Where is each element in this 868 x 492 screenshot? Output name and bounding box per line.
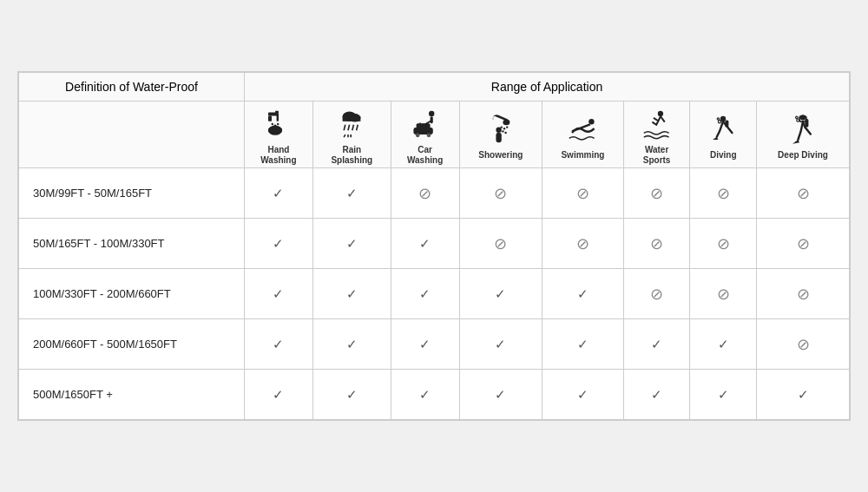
cell-r1-c1: ✓ <box>312 219 391 269</box>
svg-line-12 <box>344 125 345 130</box>
cell-r3-c4: ✓ <box>542 319 624 370</box>
check-symbol: ✓ <box>495 286 506 301</box>
row-label: 50M/165FT - 100M/330FT <box>19 219 245 269</box>
check-symbol: ✓ <box>419 236 431 251</box>
no-symbol: ⊘ <box>797 285 810 303</box>
check-symbol: ✓ <box>273 186 284 200</box>
svg-point-39 <box>657 111 662 116</box>
waterproof-table: Definition of Water-Proof Range of Appli… <box>17 71 851 421</box>
check-symbol: ✓ <box>577 387 589 402</box>
col-swimming-label: Swimming <box>544 150 621 161</box>
svg-point-29 <box>503 120 510 125</box>
svg-rect-20 <box>430 116 432 123</box>
row-label: 200M/660FT - 500M/1650FT <box>19 319 245 370</box>
table-row: 50M/165FT - 100M/330FT✓✓✓⊘⊘⊘⊘⊘ <box>19 219 850 269</box>
cell-r1-c6: ⊘ <box>690 219 757 269</box>
col-swimming: Swimming <box>542 102 624 168</box>
water-sports-icon <box>640 107 674 141</box>
col-water-sports: WaterSports <box>623 102 690 168</box>
svg-point-49 <box>797 119 799 121</box>
no-symbol: ⊘ <box>576 235 589 253</box>
cell-r3-c7: ⊘ <box>757 319 850 370</box>
col-diving-label: Diving <box>692 150 754 161</box>
check-symbol: ✓ <box>718 387 729 402</box>
svg-point-35 <box>496 128 501 133</box>
check-symbol: ✓ <box>273 286 284 301</box>
no-symbol: ⊘ <box>418 185 431 202</box>
check-symbol: ✓ <box>419 337 431 351</box>
cell-r0-c0: ✓ <box>245 168 313 219</box>
check-symbol: ✓ <box>346 286 358 301</box>
col-rain-splashing: RainSplashing <box>312 102 391 168</box>
cell-r3-c3: ✓ <box>459 319 542 370</box>
cell-r1-c4: ⊘ <box>542 219 624 269</box>
col-diving: Diving <box>690 102 757 168</box>
cell-r2-c6: ⊘ <box>690 269 757 319</box>
cell-r0-c1: ✓ <box>312 168 391 219</box>
cell-r2-c3: ✓ <box>459 269 542 319</box>
svg-point-50 <box>796 116 798 118</box>
cell-r1-c7: ⊘ <box>757 219 850 269</box>
no-symbol: ⊘ <box>650 235 663 253</box>
cell-r2-c0: ✓ <box>245 269 313 319</box>
table-row: 500M/1650FT +✓✓✓✓✓✓✓✓ <box>19 370 850 420</box>
showering-icon <box>483 112 518 147</box>
cell-r0-c6: ⊘ <box>690 168 757 219</box>
deep-diving-icon <box>786 112 820 147</box>
row-label: 30M/99FT - 50M/165FT <box>19 168 245 219</box>
svg-point-19 <box>429 111 434 116</box>
svg-rect-11 <box>343 116 361 121</box>
cell-r0-c3: ⊘ <box>459 168 542 219</box>
right-section-title: Range of Application <box>245 73 850 102</box>
cell-r0-c7: ⊘ <box>757 168 850 219</box>
cell-r0-c2: ⊘ <box>391 168 459 219</box>
icon-header-row: HandWashing <box>19 102 850 168</box>
no-symbol: ⊘ <box>494 235 507 253</box>
check-symbol: ✓ <box>718 337 729 351</box>
table-row: 200M/660FT - 500M/1650FT✓✓✓✓✓✓✓⊘ <box>19 319 850 370</box>
check-symbol: ✓ <box>346 337 358 351</box>
cell-r4-c5: ✓ <box>623 370 690 420</box>
svg-line-16 <box>344 134 345 137</box>
svg-rect-3 <box>268 115 272 121</box>
no-symbol: ⊘ <box>797 235 810 253</box>
svg-point-7 <box>274 124 276 126</box>
svg-line-14 <box>352 125 354 130</box>
col-rain-splashing-label: RainSplashing <box>315 145 389 166</box>
car-washing-icon <box>408 107 443 141</box>
svg-point-30 <box>500 126 502 128</box>
cell-r3-c5: ✓ <box>623 319 690 370</box>
svg-point-25 <box>426 133 431 137</box>
col-car-washing: CarWashing <box>391 102 459 168</box>
cell-r0-c5: ⊘ <box>623 168 690 219</box>
svg-line-13 <box>348 125 350 130</box>
col-water-sports-label: WaterSports <box>626 145 688 166</box>
svg-point-44 <box>719 121 721 123</box>
svg-rect-2 <box>277 113 279 121</box>
check-symbol: ✓ <box>419 387 431 402</box>
svg-point-33 <box>502 130 503 132</box>
no-symbol: ⊘ <box>650 285 663 303</box>
col-car-washing-label: CarWashing <box>393 145 457 166</box>
no-symbol: ⊘ <box>650 185 663 202</box>
check-symbol: ✓ <box>419 286 431 301</box>
cell-r3-c0: ✓ <box>245 319 313 370</box>
cell-r4-c4: ✓ <box>542 370 624 420</box>
cell-r3-c2: ✓ <box>391 319 459 370</box>
svg-point-45 <box>717 118 719 120</box>
check-symbol: ✓ <box>346 236 358 251</box>
svg-line-15 <box>357 125 358 130</box>
no-symbol: ⊘ <box>717 235 730 253</box>
table-row: 100M/330FT - 200M/660FT✓✓✓✓✓⊘⊘⊘ <box>19 269 850 319</box>
svg-rect-5 <box>268 128 282 133</box>
col-hand-washing-label: HandWashing <box>247 145 311 166</box>
check-symbol: ✓ <box>273 337 284 351</box>
col-deep-diving: Deep Diving <box>757 102 850 168</box>
svg-point-34 <box>504 132 506 134</box>
no-symbol: ⊘ <box>576 185 589 202</box>
table-row: 30M/99FT - 50M/165FT✓✓⊘⊘⊘⊘⊘⊘ <box>19 168 850 219</box>
col-hand-washing: HandWashing <box>245 102 313 168</box>
cell-r4-c0: ✓ <box>245 370 313 420</box>
no-symbol: ⊘ <box>717 185 730 202</box>
svg-line-41 <box>654 118 658 121</box>
